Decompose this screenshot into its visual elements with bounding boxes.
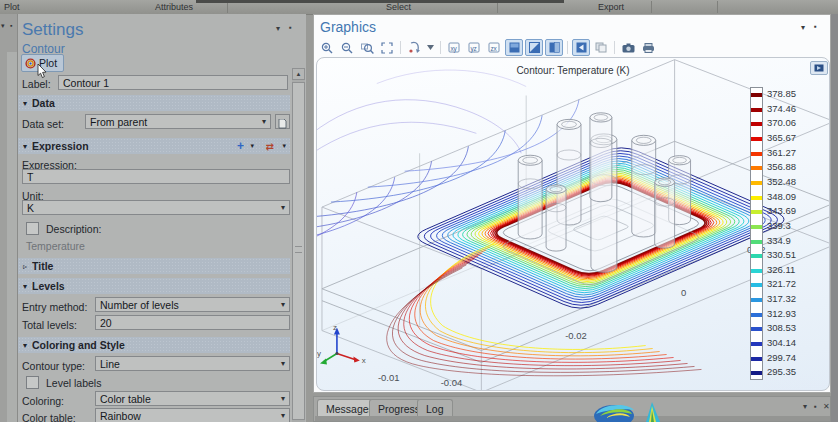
tab-label: Progress	[378, 403, 420, 415]
legend-value: 299.74	[767, 352, 796, 363]
environment-reflections-button[interactable]	[545, 39, 563, 56]
go-to-default-view-button[interactable]	[405, 39, 423, 56]
label-input[interactable]	[58, 75, 288, 90]
chevron-down-icon: ▾	[281, 411, 285, 420]
legend-swatch	[751, 152, 762, 156]
legend-swatch	[751, 357, 762, 361]
data-set-dropdown[interactable]: From parent ▾	[85, 114, 271, 129]
go-to-zx-view-button[interactable]: zx	[485, 39, 503, 56]
label-field-label: Label:	[22, 78, 51, 90]
collapse-caret-icon[interactable]: ▾	[1, 22, 5, 30]
graphics-menu-caret-icon[interactable]: ▾	[801, 23, 805, 32]
copy-image-button[interactable]	[592, 39, 610, 56]
chevron-down-icon: ▾	[281, 394, 285, 403]
unit-dropdown[interactable]: K ▾	[22, 200, 290, 215]
settings-detach-icon[interactable]: ▪	[289, 23, 292, 32]
tab-log[interactable]: Log	[417, 399, 453, 417]
legend-value: 378.85	[767, 88, 796, 99]
plot-canvas[interactable]: Contour: Temperature (K) -0.01-0.04-0.02…	[316, 57, 830, 391]
legend-swatch	[751, 298, 762, 302]
colorful-model-thumbnail	[588, 400, 664, 422]
legend-swatch	[751, 225, 762, 229]
graphics-title: Graphics	[320, 19, 376, 35]
scene-light-button[interactable]	[505, 39, 523, 56]
unit-value: K	[27, 202, 34, 214]
transparency-button[interactable]	[525, 39, 543, 56]
legend-swatch	[751, 327, 762, 331]
far-field-contours	[317, 70, 526, 153]
model-builder-edge: ▾ ▪	[0, 14, 18, 422]
data-set-value: From parent	[90, 116, 147, 128]
go-to-yz-view-button[interactable]: yz	[465, 39, 483, 56]
toolbar-separator	[440, 41, 441, 54]
legend-value: 374.46	[767, 103, 796, 114]
legend-swatch	[751, 166, 762, 170]
legend-value: 370.06	[767, 117, 796, 128]
section-title: Coloring and Style	[32, 339, 125, 351]
chevron-down-icon[interactable]: ▾	[250, 142, 254, 150]
tab-label: Log	[426, 403, 444, 415]
legend-value: 321.72	[767, 278, 796, 289]
axis-tick-label: -0.01	[378, 372, 400, 383]
entry-method-dropdown[interactable]: Number of levels ▾	[95, 297, 290, 312]
image-snapshot-button[interactable]	[619, 39, 637, 56]
data-set-label: Data set:	[22, 118, 64, 130]
section-header-expression[interactable]: ▾Expression + ▾ ⇄ ▾	[18, 138, 290, 154]
section-header-levels[interactable]: ▾Levels	[18, 278, 290, 294]
chevron-down-icon[interactable]: ▾	[282, 142, 286, 150]
coloring-dropdown[interactable]: Color table ▾	[95, 391, 290, 406]
x-axis-arrow	[353, 356, 359, 362]
y-axis-label: y	[317, 349, 321, 358]
plot-data-button[interactable]	[572, 39, 590, 56]
messages-detach-icon[interactable]: ▪	[814, 402, 817, 411]
messages-menu-caret-icon[interactable]: ▾	[803, 402, 807, 411]
color-table-dropdown[interactable]: Rainbow ▾	[95, 408, 290, 422]
legend-swatch	[751, 371, 762, 375]
ribbon-separator	[651, 1, 652, 13]
contour-type-dropdown[interactable]: Line ▾	[95, 356, 290, 371]
description-checkbox[interactable]	[26, 222, 39, 235]
section-header-coloring-and-style[interactable]: ▾Coloring and Style	[18, 337, 290, 353]
axis-tick-label: -0.04	[441, 377, 463, 388]
view-menu-caret[interactable]	[425, 39, 436, 56]
legend-swatch	[751, 108, 762, 112]
settings-menu-caret-icon[interactable]: ▾	[276, 24, 280, 33]
toolbar-separator	[567, 41, 568, 54]
color-legend: 378.85374.46370.06365.67361.27356.88352.…	[750, 87, 830, 387]
go-to-source-button[interactable]	[275, 114, 290, 129]
legend-swatch	[751, 269, 762, 273]
legend-value: 317.32	[767, 293, 796, 304]
legend-swatch	[751, 254, 762, 258]
contour-plot-icon	[25, 58, 36, 69]
replace-expression-icon[interactable]: ⇄	[266, 141, 274, 152]
add-expression-icon[interactable]: +	[237, 139, 244, 153]
level-labels-checkbox[interactable]	[26, 376, 39, 389]
pin-icon[interactable]: ▪	[10, 22, 12, 29]
description-value-disabled: Temperature	[26, 240, 85, 252]
axis-tick-labels: -0.01-0.04-0.0200.02	[378, 244, 766, 388]
total-levels-input[interactable]	[95, 315, 290, 330]
print-button[interactable]	[639, 39, 657, 56]
svg-text:xy: xy	[450, 44, 457, 52]
zoom-extents-button[interactable]	[378, 39, 396, 56]
plot-image-button[interactable]	[810, 61, 828, 75]
go-to-xy-view-button[interactable]: xy	[445, 39, 463, 56]
section-header-title[interactable]: ▹Title	[18, 258, 290, 274]
zoom-out-button[interactable]	[338, 39, 356, 56]
zoom-box-button[interactable]	[358, 39, 376, 56]
toolbar-separator	[400, 41, 401, 54]
messages-close-icon[interactable]: ✕	[823, 402, 830, 411]
expression-input[interactable]	[22, 169, 290, 184]
legend-value: 308.53	[767, 322, 796, 333]
tab-label: Messages	[326, 403, 374, 415]
section-header-data[interactable]: ▾Data	[18, 95, 290, 111]
zoom-in-button[interactable]	[318, 39, 336, 56]
chevron-down-icon: ▾	[262, 117, 266, 126]
description-label: Description:	[46, 223, 101, 235]
graphics-detach-icon[interactable]: ▪	[814, 22, 817, 31]
messages-panel: Messages Progress Log ▾ ▪ ✕	[313, 396, 831, 422]
legend-value: 365.67	[767, 132, 796, 143]
legend-value: 361.27	[767, 147, 796, 158]
settings-scrollbar-up[interactable]: ▲	[292, 68, 305, 80]
legend-value: 348.09	[767, 191, 796, 202]
